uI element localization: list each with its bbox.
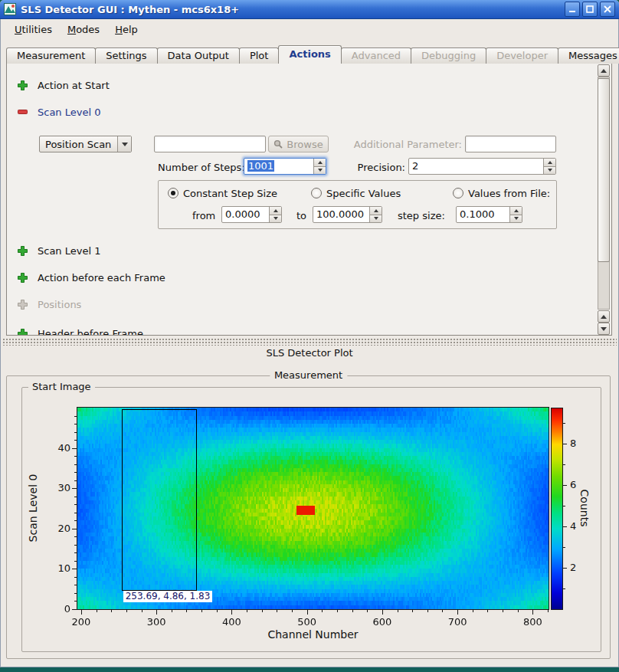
plus-icon[interactable] [18, 273, 28, 283]
vertical-scrollbar[interactable] [598, 64, 610, 335]
scroll-down-button[interactable] [598, 323, 610, 335]
action-item-header-before-frame[interactable]: Header before Frame [18, 327, 143, 336]
y-minor-tick [74, 504, 77, 505]
scan-script-input[interactable] [154, 136, 266, 152]
x-tick [156, 610, 157, 615]
y-minor-tick [74, 456, 77, 457]
spin-up-button[interactable] [369, 207, 382, 215]
scan-mode-select[interactable]: Position Scan [39, 136, 132, 152]
plus-icon[interactable] [18, 329, 28, 336]
measurement-groupbox: Measurement Start Image Scan Level 0 Cha… [6, 375, 611, 659]
radio-icon[interactable] [311, 188, 322, 198]
spin-down-button[interactable] [543, 166, 555, 175]
spin-down-icon [548, 169, 552, 172]
action-item-scan-level-1[interactable]: Scan Level 1 [18, 244, 100, 257]
tab-messages[interactable]: Messages [558, 48, 619, 64]
actions-panel: Action at Start Scan Level 0 Position Sc… [6, 63, 612, 336]
menu-utilities[interactable]: Utilities [8, 21, 58, 38]
tab-actions[interactable]: Actions [278, 45, 341, 64]
spin-down-icon [273, 217, 278, 220]
y-minor-tick [74, 536, 77, 537]
y-minor-tick [74, 464, 77, 465]
to-label: to [296, 209, 306, 222]
colorbar-tick [563, 568, 567, 569]
x-minor-tick [277, 610, 277, 612]
colorbar-minor-tick [563, 464, 565, 465]
tab-measurement[interactable]: Measurement [6, 48, 96, 64]
arrow-up-icon [601, 315, 607, 319]
to-spinbox[interactable]: 100.0000 [313, 206, 382, 223]
splitter-handle[interactable] [2, 338, 617, 346]
action-item-label: Action at Start [38, 80, 110, 91]
tab-data-output[interactable]: Data Output [157, 48, 240, 64]
action-item-positions: Positions [18, 298, 81, 311]
y-minor-tick [74, 513, 77, 513]
plus-icon-disabled [18, 300, 28, 310]
x-tick [81, 610, 82, 615]
x-minor-tick [412, 610, 413, 612]
x-tick-label: 400 [216, 616, 247, 628]
spin-down-button[interactable] [369, 215, 382, 223]
spin-up-button[interactable] [543, 159, 555, 166]
action-item-at-start[interactable]: Action at Start [18, 79, 110, 92]
menu-help[interactable]: Help [109, 21, 144, 38]
x-minor-tick [142, 610, 142, 612]
app-icon [4, 3, 16, 15]
maximize-button[interactable] [582, 2, 598, 17]
y-tick [72, 569, 77, 569]
spin-up-button[interactable] [269, 207, 281, 215]
number-of-steps-spinbox[interactable]: 1001 [244, 158, 326, 175]
y-tick [72, 609, 77, 610]
colorbar-tick [563, 444, 567, 444]
x-tick [457, 610, 458, 615]
maximize-icon [586, 5, 594, 13]
action-item-before-each-frame[interactable]: Action before each Frame [18, 271, 165, 284]
y-minor-tick [74, 520, 77, 521]
x-axis-title: Channel Number [77, 628, 549, 641]
y-minor-tick [74, 416, 77, 417]
radio-icon[interactable] [168, 188, 178, 198]
colorbar-title: Counts [578, 490, 591, 527]
radio-values-from-file[interactable]: Values from File: [453, 187, 550, 199]
x-minor-tick [337, 610, 338, 612]
colorbar-tick [563, 485, 567, 486]
tab-plot[interactable]: Plot [239, 48, 280, 64]
radio-icon[interactable] [453, 188, 463, 198]
from-spinbox[interactable]: 0.0000 [221, 206, 282, 223]
spin-down-button[interactable] [269, 215, 281, 223]
plus-icon[interactable] [18, 246, 28, 256]
spin-down-button[interactable] [509, 215, 522, 223]
x-tick [382, 610, 383, 615]
colorbar-minor-tick [563, 423, 565, 424]
x-minor-tick [247, 610, 247, 612]
plus-icon[interactable] [18, 80, 28, 90]
step-size-spinbox[interactable]: 0.1000 [456, 206, 522, 223]
close-button[interactable] [600, 2, 615, 17]
scroll-up-button-2[interactable] [598, 310, 610, 323]
title-bar[interactable]: SLS Detector GUI : Mythen - mcs6x18+ [0, 0, 619, 19]
measurement-legend: Measurement [270, 369, 347, 381]
combo-drop-button[interactable] [117, 136, 131, 152]
additional-parameter-input[interactable] [465, 136, 556, 152]
start-image-legend: Start Image [28, 381, 95, 392]
scrollbar-thumb[interactable] [598, 78, 610, 262]
spin-up-button[interactable] [313, 159, 326, 166]
radio-constant-step-size[interactable]: Constant Step Size [168, 187, 277, 199]
action-item-scan-level-0[interactable]: Scan Level 0 [18, 106, 100, 119]
menu-modes[interactable]: Modes [61, 21, 106, 38]
colorbar-tick-label: 6 [570, 479, 576, 491]
step-mode-groupbox: Constant Step Size Specific Values Value… [158, 180, 557, 229]
spin-down-button[interactable] [313, 166, 326, 175]
scroll-up-button[interactable] [598, 64, 610, 77]
x-minor-tick [427, 610, 428, 612]
radio-specific-values[interactable]: Specific Values [311, 187, 401, 199]
minus-icon[interactable] [18, 110, 28, 115]
tab-settings[interactable]: Settings [95, 48, 157, 64]
spin-up-icon [514, 209, 519, 212]
scan-mode-value: Position Scan [40, 139, 117, 150]
plot-dock-title: SLS Detector Plot [0, 347, 619, 359]
minimize-button[interactable] [565, 2, 580, 17]
precision-spinbox[interactable]: 2 [408, 158, 556, 175]
spin-up-button[interactable] [509, 207, 522, 215]
colorbar-tick-label: 4 [570, 520, 576, 533]
